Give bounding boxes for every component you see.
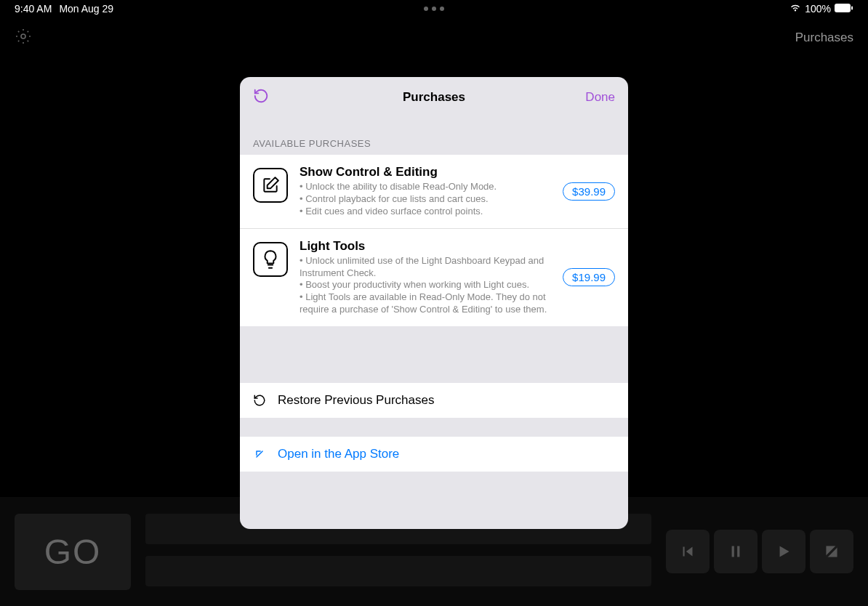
stop-button[interactable]: [810, 530, 853, 573]
external-link-icon: [253, 449, 266, 459]
page-title: Purchases: [795, 31, 853, 45]
wifi-icon: [789, 3, 801, 15]
pause-button[interactable]: [714, 530, 758, 573]
purchase-bullets: Unlock the ability to disable Read-Only …: [300, 181, 551, 218]
multitask-indicator[interactable]: [424, 7, 444, 11]
battery-percent: 100%: [805, 3, 831, 15]
open-app-store-button[interactable]: Open in the App Store: [240, 437, 628, 472]
app-store-label: Open in the App Store: [278, 447, 399, 461]
purchase-title: Light Tools: [300, 239, 551, 254]
svg-point-2: [21, 34, 25, 39]
restore-purchases-button[interactable]: Restore Previous Purchases: [240, 383, 628, 418]
modal-header: Purchases Done: [240, 77, 628, 118]
status-bar: 9:40 AM Mon Aug 29 100%: [0, 0, 868, 17]
purchase-item-light-tools: Light Tools Unlock unlimited use of the …: [240, 228, 628, 326]
purchase-item-show-control: Show Control & Editing Unlock the abilit…: [240, 155, 628, 228]
price-button[interactable]: $39.99: [563, 182, 615, 201]
battery-icon: [835, 3, 853, 15]
status-date: Mon Aug 29: [59, 3, 113, 15]
lightbulb-icon: [253, 242, 288, 277]
gear-icon[interactable]: [15, 28, 32, 48]
background-nav: Purchases: [0, 22, 868, 54]
svg-rect-1: [851, 7, 853, 10]
status-time: 9:40 AM: [15, 3, 52, 15]
go-button[interactable]: GO: [15, 514, 131, 590]
svg-rect-0: [835, 4, 851, 12]
section-header: AVAILABLE PURCHASES: [240, 118, 628, 155]
refresh-button[interactable]: [253, 88, 269, 108]
purchase-title: Show Control & Editing: [300, 165, 551, 179]
restore-icon: [253, 394, 266, 407]
done-button[interactable]: Done: [585, 90, 615, 105]
purchases-modal: Purchases Done AVAILABLE PURCHASES Show …: [240, 77, 628, 529]
edit-icon: [253, 168, 288, 203]
restore-label: Restore Previous Purchases: [278, 393, 434, 408]
play-button[interactable]: [762, 530, 805, 573]
timeline-row-2[interactable]: [145, 556, 651, 586]
modal-title: Purchases: [403, 90, 465, 105]
skip-back-button[interactable]: [666, 530, 710, 573]
purchase-bullets: Unlock unlimited use of the Light Dashbo…: [300, 255, 551, 316]
price-button[interactable]: $19.99: [563, 268, 615, 286]
purchase-list: Show Control & Editing Unlock the abilit…: [240, 155, 628, 326]
